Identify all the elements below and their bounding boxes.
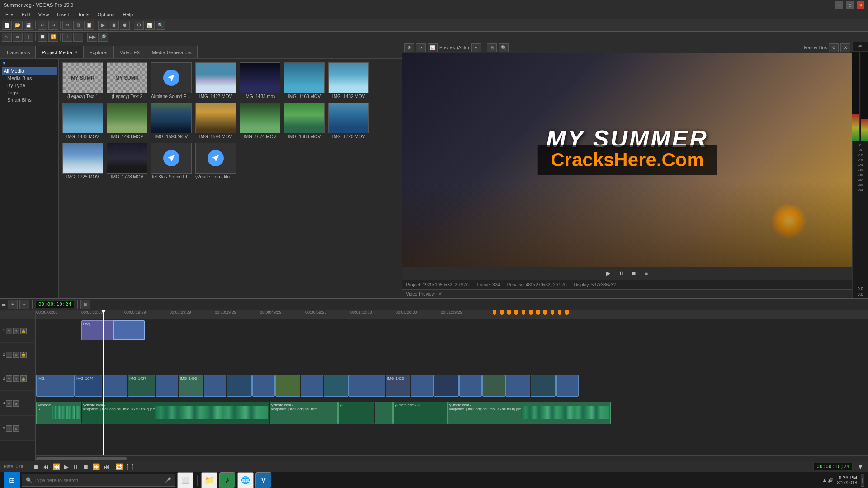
tab-transitions[interactable]: Transitions <box>0 46 36 58</box>
media-item-img1674[interactable]: IMG_1674.MOV <box>240 103 280 139</box>
record-button[interactable]: ⏺ <box>120 21 130 30</box>
track-5-solo[interactable]: s <box>13 425 19 432</box>
track-3-solo[interactable]: s <box>13 375 19 382</box>
audio-clip-y2mate-3[interactable]: y2... <box>338 402 374 424</box>
menu-insert[interactable]: Insert <box>53 11 73 18</box>
video-clip-17[interactable] <box>459 375 482 397</box>
scrollbar-thumb[interactable] <box>36 457 127 460</box>
media-item-img1433[interactable]: IMG_1433.mov <box>240 62 280 99</box>
menu-tools[interactable]: Tools <box>74 11 93 18</box>
render-btn[interactable]: ▶▶ <box>87 33 97 42</box>
transport-next-frame[interactable]: ⏩ <box>91 462 101 471</box>
preview-dropdown-btn[interactable]: ▼ <box>471 43 481 52</box>
video-clip-8[interactable] <box>227 375 252 397</box>
select-tool[interactable]: ↖ <box>2 33 12 42</box>
close-button[interactable]: ✕ <box>857 1 864 9</box>
video-clip-9[interactable] <box>252 375 275 397</box>
track-5-mute[interactable]: m <box>6 425 12 432</box>
track-2-solo[interactable]: s <box>13 352 19 358</box>
master-close-btn[interactable]: ✕ <box>840 43 850 52</box>
audio-clip-y2mate-5[interactable]: y2mate.com - k... <box>393 402 448 424</box>
track-3-mute[interactable]: m <box>6 375 12 382</box>
status-dropdown[interactable]: ▼ <box>856 462 864 471</box>
magnify-btn[interactable]: 🔎 <box>98 33 108 42</box>
menu-file[interactable]: File <box>2 11 17 18</box>
transport-play[interactable]: ▶ <box>63 462 70 471</box>
transport-to-end[interactable]: ⏭ <box>103 462 111 471</box>
media-item-img1778[interactable]: IMG_1778.MOV <box>107 143 147 179</box>
transport-pause[interactable]: ⏸ <box>71 462 80 471</box>
video-clip-1[interactable]: IMG... <box>36 375 75 397</box>
new-button[interactable]: 📄 <box>2 21 12 30</box>
tab-project-media[interactable]: Project Media ✕ <box>36 46 83 58</box>
search-input[interactable] <box>34 478 163 483</box>
video-clip-21[interactable] <box>556 375 579 397</box>
video-clip-16[interactable] <box>434 375 459 397</box>
timeline-scrollbar[interactable] <box>36 455 868 461</box>
video-clip-13[interactable] <box>349 375 385 397</box>
cut-button[interactable]: ✂ <box>62 21 72 30</box>
stop-button[interactable]: ⏹ <box>109 21 119 30</box>
undo-button[interactable]: ↩ <box>38 21 47 30</box>
transport-loop[interactable]: 🔁 <box>114 462 124 471</box>
master-settings-btn[interactable]: ⚙ <box>829 43 839 52</box>
taskbar-vegas[interactable]: V <box>255 472 272 488</box>
preview-zoom-btn[interactable]: 🔍 <box>499 43 509 52</box>
video-clip-11[interactable] <box>301 375 323 397</box>
transport-mark-out[interactable]: ] <box>131 462 135 471</box>
transport-record[interactable]: ⏺ <box>32 462 40 471</box>
preview-stop-btn[interactable]: ⏹ <box>629 269 638 277</box>
tab-explorer[interactable]: Explorer <box>84 46 114 58</box>
audio-clip-y2mate-1[interactable]: y2mate.com - klngande_jubel_original_mix… <box>82 402 269 424</box>
transport-to-start[interactable]: ⏮ <box>42 462 50 471</box>
video-preview-close[interactable]: ✕ <box>439 291 442 296</box>
windows-start-button[interactable]: ⊞ <box>4 472 20 488</box>
video-clip-14[interactable]: IMG_1433 <box>386 375 410 397</box>
track-3-lock[interactable]: 🔒 <box>20 375 27 382</box>
video-clip-12[interactable] <box>324 375 349 397</box>
preview-grid-btn[interactable]: ⊞ <box>487 43 497 52</box>
sidebar-item-all-media[interactable]: All Media <box>2 67 57 75</box>
video-clip-2[interactable]: IMG_1674 <box>75 375 102 397</box>
taskbar-spotify[interactable]: ♪ <box>219 472 236 488</box>
media-item-img1427[interactable]: IMG_1427.MOV <box>195 62 236 99</box>
snap-btn[interactable]: 🔲 <box>38 33 47 42</box>
split-tool[interactable]: | <box>24 33 33 42</box>
track-2-lock[interactable]: 🔒 <box>20 352 27 358</box>
tab-media-generators[interactable]: Media Generators <box>146 46 198 58</box>
media-item-img1482[interactable]: IMG_1482.MOV <box>328 62 369 99</box>
track-1-solo[interactable]: s <box>13 328 19 334</box>
media-item-airplane-sound[interactable]: Airplane Sound Effect.mp3 <box>151 62 192 99</box>
menu-options[interactable]: Options <box>94 11 118 18</box>
video-clip-10[interactable] <box>275 375 300 397</box>
audio-clip-y2mate-2[interactable]: y2mate.com - klngande_jubel_original_mix… <box>270 402 338 424</box>
track-2-mute[interactable]: m <box>6 352 12 358</box>
preview-scope-btn[interactable]: 📊 <box>428 43 438 52</box>
save-button[interactable]: 💾 <box>24 21 33 30</box>
track-1-lock[interactable]: 🔒 <box>20 328 27 334</box>
media-item-img1593[interactable]: IMG_1593.MOV <box>151 103 192 139</box>
zoom-out-btn[interactable]: − <box>73 33 83 42</box>
media-item-legacy-text-1[interactable]: MY SUMR (Legacy) Text 1 <box>62 62 103 99</box>
maximize-button[interactable]: □ <box>846 1 854 9</box>
timeline-new-track[interactable]: + <box>8 300 18 309</box>
preview-fx-btn[interactable]: fx <box>416 43 426 52</box>
media-item-img1463[interactable]: IMG_1463.MOV <box>284 62 325 99</box>
video-clip-19[interactable] <box>505 375 530 397</box>
track-1-mute[interactable]: m <box>6 328 12 334</box>
media-item-img1725[interactable]: IMG_1725.MOV <box>62 143 103 179</box>
properties-button[interactable]: 📊 <box>145 21 155 30</box>
media-item-img1686[interactable]: IMG_1686.MOV <box>284 103 325 139</box>
video-clip-4[interactable]: IMG_1427 <box>128 375 155 397</box>
tab-video-fx[interactable]: Video FX <box>114 46 146 58</box>
video-clip-7[interactable] <box>204 375 226 397</box>
video-clip-6[interactable]: IMG_1493 <box>179 375 203 397</box>
open-button[interactable]: 📂 <box>13 21 23 30</box>
audio-clip-y2mate-4[interactable] <box>375 402 393 424</box>
media-item-y2mate[interactable]: y2mate.com - klngande_jubel_origin... <box>195 143 236 179</box>
paste-button[interactable]: 📋 <box>84 21 94 30</box>
media-item-jetski-sound[interactable]: Jet Ski - Sound Effects.mp3 <box>151 143 192 179</box>
close-project-media-tab[interactable]: ✕ <box>74 50 78 55</box>
audio-clip-y2mate-6[interactable]: y2mate.com - klngande_jubel_original_mix… <box>448 402 611 424</box>
minimize-button[interactable]: ─ <box>835 1 843 9</box>
